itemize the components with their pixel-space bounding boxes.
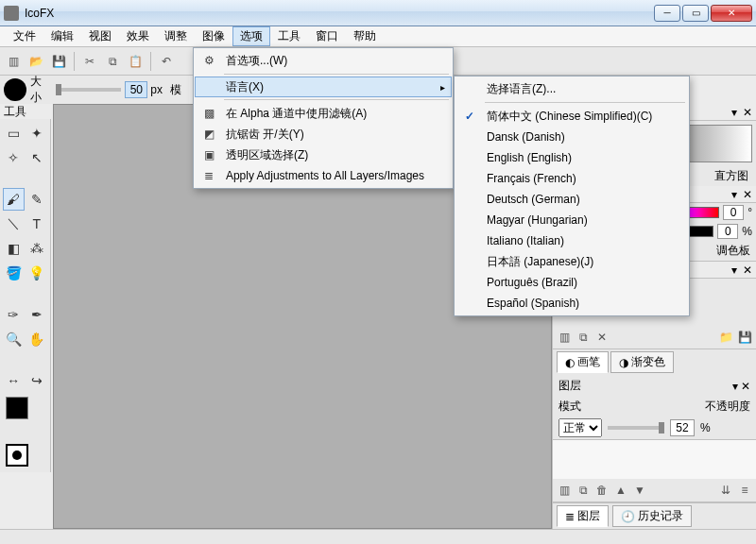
size-slider[interactable] bbox=[56, 88, 121, 92]
brush-options: 大小 px 模 bbox=[0, 76, 189, 104]
new-layer-icon[interactable]: ▥ bbox=[557, 483, 572, 498]
merge-icon[interactable]: ⇊ bbox=[718, 483, 733, 498]
lang-item[interactable]: ✓简体中文 (Chinese Simplified)(C) bbox=[456, 106, 687, 127]
save-icon[interactable]: 💾 bbox=[49, 52, 68, 71]
new-icon[interactable]: ▥ bbox=[4, 52, 23, 71]
menu-help[interactable]: 帮助 bbox=[346, 26, 384, 46]
menu-image[interactable]: 图像 bbox=[195, 26, 232, 46]
brush-tool[interactable]: 🖌 bbox=[3, 188, 25, 211]
lang-item[interactable]: 日本語 (Japanese)(J) bbox=[456, 251, 687, 272]
flatten-icon[interactable]: ≡ bbox=[737, 483, 752, 498]
size-input[interactable] bbox=[125, 81, 147, 98]
tab-layers[interactable]: ≣图层 bbox=[557, 505, 609, 527]
paste-icon[interactable]: 📋 bbox=[126, 52, 145, 71]
lang-item[interactable]: Magyar (Hungarian) bbox=[456, 210, 687, 230]
close-icon[interactable]: ✕ bbox=[741, 380, 750, 393]
menu-select-language[interactable]: 选择语言(Z)... bbox=[456, 78, 687, 99]
chevron-down-icon[interactable]: ▾ bbox=[731, 188, 737, 201]
open-icon[interactable]: 📂 bbox=[26, 52, 45, 71]
lang-item[interactable]: Italiano (Italian) bbox=[456, 230, 687, 251]
opacity-input[interactable] bbox=[670, 419, 695, 436]
background-swatch[interactable] bbox=[6, 444, 28, 467]
chevron-down-icon[interactable]: ▾ bbox=[731, 264, 737, 277]
lang-label: Deutsch (German) bbox=[487, 193, 580, 206]
close-icon[interactable]: ✕ bbox=[743, 106, 752, 119]
light-tool[interactable]: 💡 bbox=[26, 262, 48, 284]
dup-layer-icon[interactable]: ⧉ bbox=[576, 483, 591, 498]
marquee-tool[interactable]: ▭ bbox=[3, 122, 25, 144]
maximize-button[interactable]: ▭ bbox=[682, 5, 709, 22]
menu-edit[interactable]: 编辑 bbox=[43, 26, 81, 46]
hand-tool[interactable]: ✋ bbox=[26, 328, 48, 350]
menu-tools[interactable]: 工具 bbox=[270, 26, 308, 46]
close-icon[interactable]: ✕ bbox=[743, 188, 752, 201]
lang-item[interactable]: Deutsch (German) bbox=[456, 189, 687, 210]
undo-icon[interactable]: ↶ bbox=[157, 52, 176, 71]
menu-window[interactable]: 窗口 bbox=[308, 26, 346, 46]
menu-options[interactable]: 选项 bbox=[232, 26, 270, 46]
chevron-down-icon[interactable]: ▾ bbox=[732, 380, 738, 393]
cut-icon[interactable]: ✂ bbox=[80, 52, 99, 71]
lasso-tool[interactable]: ✦ bbox=[26, 122, 48, 144]
sat-value[interactable]: 0 bbox=[717, 224, 738, 239]
delete-icon[interactable]: ✕ bbox=[594, 330, 610, 345]
menu-transparent-selection[interactable]: ▣透明区域选择(Z) bbox=[196, 144, 451, 165]
percent-label: % bbox=[742, 225, 752, 238]
close-icon[interactable]: ✕ bbox=[743, 264, 752, 277]
menu-file[interactable]: 文件 bbox=[6, 26, 43, 46]
brush-mini-toolbar: ▥ ⧉ ✕ 📁 💾 bbox=[553, 326, 756, 349]
eraser-tool[interactable]: ◧ bbox=[3, 237, 25, 260]
eyedropper-tool[interactable]: ✑ bbox=[3, 303, 25, 326]
menu-adjust[interactable]: 调整 bbox=[157, 26, 195, 46]
retouch-tool[interactable]: ↪ bbox=[26, 369, 48, 392]
lang-item[interactable]: Dansk (Danish) bbox=[456, 127, 687, 147]
new-icon[interactable]: ▥ bbox=[557, 330, 572, 345]
line-tool[interactable]: ＼ bbox=[3, 212, 25, 235]
menu-antialias[interactable]: ◩抗锯齿 开/关(Y) bbox=[196, 124, 451, 144]
swap-tool[interactable]: ↔ bbox=[3, 369, 25, 392]
tab-brush[interactable]: ◐画笔 bbox=[557, 351, 609, 373]
pencil-tool[interactable]: ✎ bbox=[26, 188, 48, 211]
save-icon[interactable]: 💾 bbox=[737, 330, 752, 345]
antialias-icon: ◩ bbox=[199, 125, 218, 144]
foreground-swatch[interactable] bbox=[6, 397, 28, 419]
wand-tool[interactable]: ✧ bbox=[3, 146, 25, 169]
lang-item[interactable]: English (English) bbox=[456, 147, 687, 168]
lang-item[interactable]: Português (Brazil) bbox=[456, 272, 687, 293]
folder-icon[interactable]: 📁 bbox=[718, 330, 733, 345]
titlebar: IcoFX ─ ▭ ✕ bbox=[0, 0, 756, 26]
minimize-button[interactable]: ─ bbox=[654, 5, 680, 22]
menu-alpha-filter[interactable]: ▩在 Alpha 通道中使用滤镜(A) bbox=[196, 103, 451, 124]
lang-item[interactable]: Español (Spanish) bbox=[456, 293, 687, 314]
copy-icon[interactable]: ⧉ bbox=[576, 330, 591, 345]
menu-view[interactable]: 视图 bbox=[81, 26, 119, 46]
del-layer-icon[interactable]: 🗑 bbox=[594, 483, 610, 498]
spray-tool[interactable]: ⁂ bbox=[26, 237, 48, 260]
window-buttons: ─ ▭ ✕ bbox=[652, 5, 752, 22]
tab-gradient[interactable]: ◑渐变色 bbox=[610, 351, 674, 373]
tab-history[interactable]: 🕘历史记录 bbox=[612, 505, 692, 527]
unit-label: px bbox=[150, 83, 163, 96]
chevron-down-icon[interactable]: ▾ bbox=[731, 106, 737, 119]
down-icon[interactable]: ▼ bbox=[632, 483, 647, 498]
lang-item[interactable]: Français (French) bbox=[456, 168, 687, 189]
layer-list[interactable] bbox=[553, 439, 756, 479]
recolor-tool[interactable]: ✒ bbox=[26, 303, 48, 326]
menu-apply-all[interactable]: ≣Apply Adjustments to All Layers/Images bbox=[196, 165, 451, 186]
statusbar bbox=[0, 529, 756, 544]
zoom-tool[interactable]: 🔍 bbox=[3, 328, 25, 350]
up-icon[interactable]: ▲ bbox=[613, 483, 628, 498]
copy-icon[interactable]: ⧉ bbox=[103, 52, 122, 71]
move-tool[interactable]: ↖ bbox=[26, 146, 48, 169]
degree-label: ° bbox=[747, 206, 752, 219]
menu-language[interactable]: 语言(X)▸ bbox=[195, 76, 452, 97]
blend-mode-select[interactable]: 正常 bbox=[558, 418, 602, 437]
opacity-slider[interactable] bbox=[608, 426, 664, 430]
text-tool[interactable]: T bbox=[26, 212, 48, 235]
fill-tool[interactable]: 🪣 bbox=[3, 262, 25, 284]
close-button[interactable]: ✕ bbox=[711, 5, 752, 22]
menu-effects[interactable]: 效果 bbox=[119, 26, 157, 46]
hue-value[interactable]: 0 bbox=[723, 205, 744, 220]
size-label: 大小 bbox=[30, 74, 53, 106]
menu-preferences[interactable]: ⚙首选项...(W) bbox=[196, 50, 451, 71]
